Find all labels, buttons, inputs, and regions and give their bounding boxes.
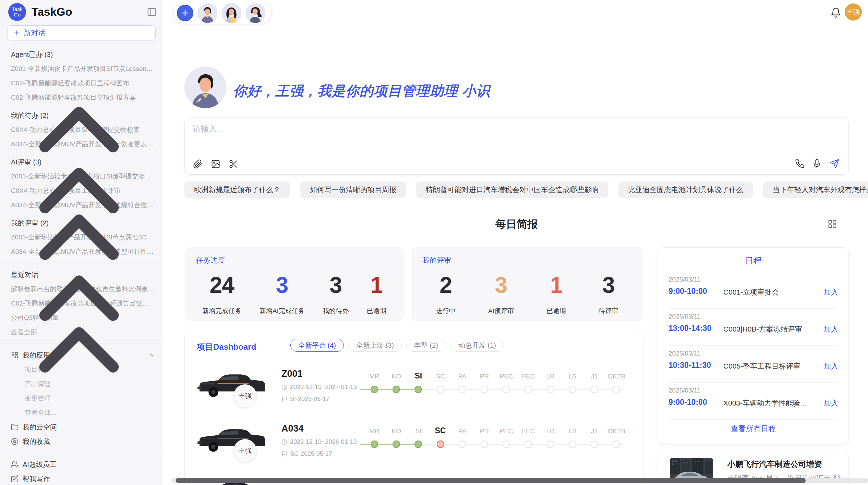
schedule-join-link[interactable]: 加入 bbox=[824, 287, 838, 297]
assistant-avatar-2[interactable] bbox=[221, 3, 241, 23]
sidebar-my-apps[interactable]: 我的应用 bbox=[0, 348, 163, 362]
project-flag-milestone: SI-2025-05-17 bbox=[281, 396, 329, 403]
stat-label: 已逾期 bbox=[367, 307, 386, 315]
row-label: AI超级员工 bbox=[23, 461, 57, 468]
taskgo-app: Task Go TaskGo 新对话 Agent已办 (3)Z001-全新燃油皮… bbox=[0, 0, 868, 485]
sidebar-recent-chats-header[interactable]: 最近对话 bbox=[0, 268, 163, 282]
sidebar-section-2[interactable]: AI评审 (3) bbox=[0, 155, 163, 169]
chevron-up-icon[interactable] bbox=[148, 352, 155, 359]
milestone-node-LR bbox=[547, 386, 554, 393]
section-label: 我的评审 (2) bbox=[11, 219, 49, 227]
stat-card-title: 我的评审 bbox=[422, 256, 451, 265]
schedule-event-title: C005-整车工程目标评审 bbox=[723, 361, 800, 371]
screenshot-scissors-icon[interactable] bbox=[229, 159, 238, 169]
row-label: 我的应用 bbox=[23, 351, 50, 359]
image-upload-icon[interactable] bbox=[211, 159, 220, 169]
new-chat-button[interactable]: 新对话 bbox=[8, 25, 156, 40]
dashboard-tab[interactable]: 动总开发 (1) bbox=[450, 339, 504, 352]
chat-input-card bbox=[184, 117, 849, 175]
flag-icon bbox=[281, 451, 287, 457]
project-name: Z001 bbox=[281, 369, 303, 379]
schedule-date: 2025/03/11 bbox=[668, 350, 701, 357]
stat-value: 3 bbox=[488, 273, 514, 297]
sidebar-section-1[interactable]: 我的待办 (2) bbox=[0, 108, 163, 123]
schedule-join-link[interactable]: 加入 bbox=[824, 361, 838, 371]
logo-line2: Go bbox=[14, 12, 21, 17]
send-icon[interactable] bbox=[829, 159, 840, 169]
project-dates: 2023-12-19~2027-01-19 bbox=[281, 384, 357, 391]
project-row-a034[interactable]: 王强 A034 2023-12-19~2026-01-19 SC-2025-05… bbox=[185, 423, 643, 477]
milestone-node-MR bbox=[371, 440, 378, 448]
stat-我的待办: 3我的待办 bbox=[323, 273, 349, 315]
suggestion-chip[interactable]: 欧洲新规最近颁布了什么？ bbox=[184, 182, 290, 198]
suggestion-chip[interactable]: 特朗普可能对进口汽车增税会对中国车企造成哪些影响 bbox=[416, 182, 608, 198]
project-row-z001[interactable]: 王强 Z001 2023-12-19~2027-01-19 SI-2025-05… bbox=[185, 369, 643, 423]
milestone-track: MRKOSISCPAPRPECFECLRLSJ1OKTB bbox=[374, 423, 643, 468]
suggestion-chip[interactable]: 如何写一份清晰的项目周报 bbox=[300, 182, 406, 198]
user-avatar[interactable]: 王强 bbox=[845, 3, 862, 21]
schedule-items: 2025/03/119:00-10:00C001-立项审批会加入2025/03/… bbox=[658, 272, 848, 420]
sidebar-collapse-icon[interactable] bbox=[147, 7, 157, 17]
milestone-node-SI bbox=[414, 440, 422, 448]
plus-icon bbox=[13, 29, 20, 36]
view-all-schedule-link[interactable]: 查看所有日程 bbox=[658, 424, 848, 434]
schedule-date: 2025/03/11 bbox=[668, 313, 701, 320]
stat-已逾期: 1已逾期 bbox=[367, 273, 386, 315]
chat-input[interactable] bbox=[193, 124, 837, 151]
milestone-node-OKTB bbox=[613, 440, 620, 448]
section-label: 最近对话 bbox=[11, 271, 38, 278]
stat-label: AI预评审 bbox=[488, 307, 514, 315]
sidebar-section-0[interactable]: Agent已办 (3) bbox=[0, 47, 163, 62]
milestone-node-SC bbox=[437, 386, 444, 393]
sidebar: Task Go TaskGo 新对话 Agent已办 (3)Z001-全新燃油皮… bbox=[0, 0, 163, 485]
add-assistant-button[interactable] bbox=[177, 5, 193, 21]
stat-value: 24 bbox=[202, 273, 241, 297]
dashboard-tab[interactable]: 年型 (2) bbox=[406, 339, 446, 352]
milestone-node-LS bbox=[569, 386, 576, 393]
schedule-join-link[interactable]: 加入 bbox=[824, 324, 838, 334]
schedule-date: 2025/03/11 bbox=[668, 387, 701, 394]
schedule-date: 2025/03/11 bbox=[668, 276, 701, 283]
sidebar-my-favorites[interactable]: 我的收藏 bbox=[0, 434, 163, 449]
milestone-track: MRKOSISCPAPRPECFECLRLSJ1OKTB bbox=[374, 369, 643, 413]
schedule-time: 13:00-14:30 bbox=[668, 324, 711, 333]
horizontal-scrollbar-track[interactable] bbox=[171, 478, 868, 483]
stat-label: 新增完成任务 bbox=[202, 307, 241, 315]
schedule-time: 10:30-11:30 bbox=[668, 361, 711, 370]
assistant-avatar-3[interactable] bbox=[245, 3, 265, 23]
sidebar-tool-0[interactable]: AI超级员工 bbox=[0, 457, 163, 472]
milestone-node-PA bbox=[459, 440, 466, 448]
stat-新增AI完成任务: 3新增AI完成任务 bbox=[260, 273, 305, 315]
suggestion-chip[interactable]: 当下年轻人对汽车外观有怎样的喜好趋势 bbox=[763, 182, 868, 198]
sidebar-list: Agent已办 (3)Z001-全新燃油皮卡产品开发项目SI节点Lesson L… bbox=[0, 44, 163, 485]
notifications-bell-icon[interactable] bbox=[830, 7, 841, 18]
project-owner-badge: 王强 bbox=[233, 384, 257, 408]
stat-card-title: 任务进度 bbox=[196, 256, 225, 265]
schedule-join-link[interactable]: 加入 bbox=[824, 398, 838, 408]
briefing-layout-icon[interactable] bbox=[828, 219, 837, 229]
attachment-icon[interactable] bbox=[193, 159, 203, 169]
project-name: A034 bbox=[281, 423, 304, 434]
milestone-node-PR bbox=[481, 386, 488, 393]
logo-line1: Task bbox=[12, 7, 23, 12]
daily-briefing-header: 每日简报 bbox=[184, 217, 849, 232]
assistant-greeting-avatar bbox=[184, 66, 226, 108]
sidebar-section-3[interactable]: 我的评审 (2) bbox=[0, 216, 163, 230]
suggestion-chip[interactable]: 比亚迪全固态电池计划具体说了什么 bbox=[618, 182, 753, 198]
stat-value: 3 bbox=[260, 273, 305, 297]
dashboard-tab[interactable]: 全新上装 (3) bbox=[348, 339, 402, 352]
suggestion-chips: 欧洲新规最近颁布了什么？如何写一份清晰的项目周报特朗普可能对进口汽车增税会对中国… bbox=[184, 182, 868, 198]
voice-call-icon[interactable] bbox=[795, 159, 805, 169]
microphone-icon[interactable] bbox=[812, 159, 822, 169]
dashboard-tab[interactable]: 全新平台 (4) bbox=[290, 339, 344, 352]
schedule-item: 2025/03/1110:30-11:30C005-整车工程目标评审加入 bbox=[658, 346, 848, 383]
stat-value: 1 bbox=[546, 273, 566, 297]
milestone-node-KO bbox=[393, 440, 400, 448]
assistant-avatar-1[interactable] bbox=[197, 3, 217, 23]
milestone-label-OKTB: OKTB bbox=[601, 427, 632, 435]
sidebar-tool-1[interactable]: 帮我写作 bbox=[0, 472, 163, 485]
horizontal-scrollbar-thumb[interactable] bbox=[176, 478, 806, 483]
schedule-time: 9:00-10:00 bbox=[668, 398, 707, 407]
project-owner-badge: 王强 bbox=[233, 439, 257, 462]
sidebar-my-cloud[interactable]: 我的云空间 bbox=[0, 420, 163, 434]
